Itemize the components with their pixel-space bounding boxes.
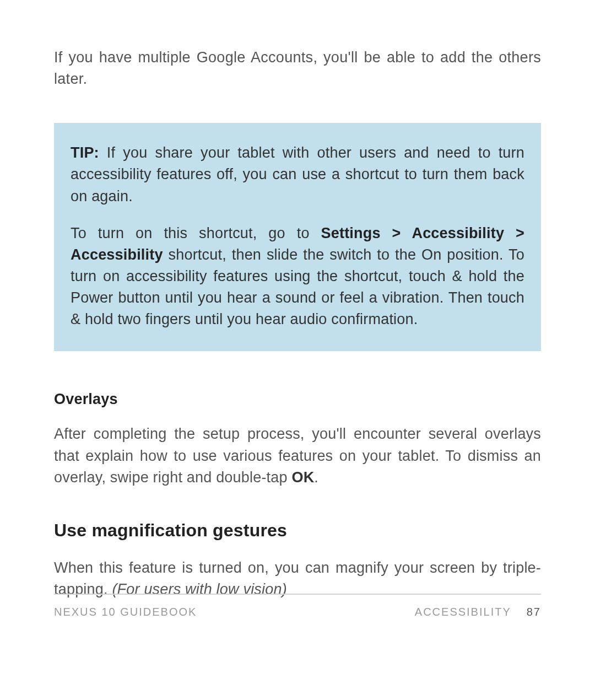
tip-text-1: If you share your tablet with other user… bbox=[71, 144, 524, 204]
tip-label: TIP: bbox=[71, 144, 99, 161]
footer-page-number: 87 bbox=[527, 606, 541, 618]
overlays-text-post: . bbox=[314, 469, 318, 486]
overlays-subheading: Overlays bbox=[54, 391, 541, 408]
tip-paragraph-2: To turn on this shortcut, go to Settings… bbox=[71, 223, 524, 331]
tip-paragraph-1: TIP: If you share your tablet with other… bbox=[71, 142, 524, 207]
overlays-paragraph: After completing the setup process, you'… bbox=[54, 423, 541, 488]
page-footer: NEXUS 10 GUIDEBOOK ACCESSIBILITY87 bbox=[54, 594, 541, 618]
footer-book-title: NEXUS 10 GUIDEBOOK bbox=[54, 606, 197, 618]
intro-paragraph: If you have multiple Google Accounts, yo… bbox=[54, 47, 541, 90]
footer-section-title: ACCESSIBILITY87 bbox=[415, 606, 541, 618]
footer-section-label: ACCESSIBILITY bbox=[415, 606, 511, 618]
tip-text-2-pre: To turn on this shortcut, go to bbox=[71, 225, 321, 241]
tip-callout-box: TIP: If you share your tablet with other… bbox=[54, 123, 541, 351]
overlays-ok-bold: OK bbox=[291, 469, 314, 486]
page-content: If you have multiple Google Accounts, yo… bbox=[0, 0, 595, 600]
magnification-heading: Use magnification gestures bbox=[54, 520, 541, 541]
